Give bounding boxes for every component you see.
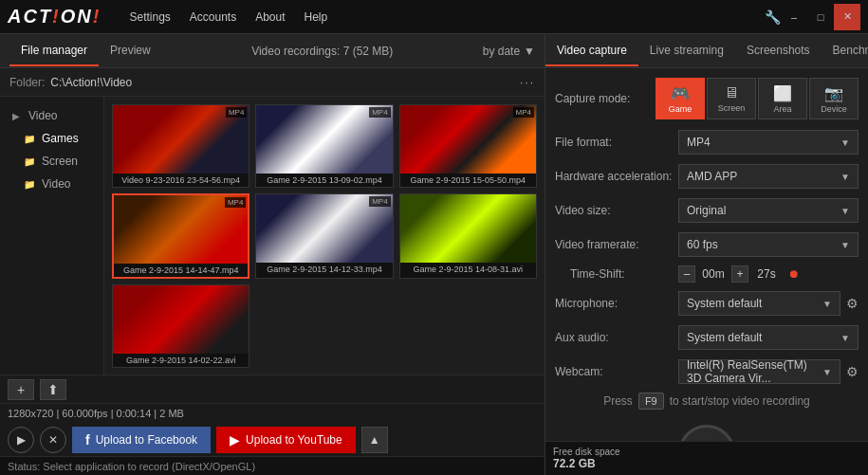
mp4-badge-3: MP4 — [513, 107, 534, 118]
wrench-icon[interactable]: 🔧 — [765, 9, 781, 25]
webcam-dropdown[interactable]: Intel(R) RealSense(TM) 3D Camera Vir... … — [678, 359, 840, 384]
close-button[interactable]: ✕ — [834, 4, 860, 30]
capture-mode-screen[interactable]: 🖥 Screen — [707, 78, 756, 119]
timeshift-row: Time-Shift: – 00m + 27s ⏺ — [555, 265, 859, 283]
game-icon: 🎮 — [671, 84, 690, 102]
tree-item-screen[interactable]: 📁 Screen — [0, 150, 103, 173]
screen-icon: 🖥 — [724, 84, 739, 101]
video-thumb-img-1: MP4 — [113, 105, 249, 174]
tree-item-video-sub-label: Video — [42, 177, 70, 191]
video-thumb-3[interactable]: MP4 Game 2-9-2015 15-05-50.mp4 — [399, 104, 537, 188]
capture-mode-game[interactable]: 🎮 Game — [656, 78, 705, 119]
video-size-value: Original — [687, 204, 726, 217]
tree-item-games[interactable]: 📁 Games — [0, 127, 103, 150]
rec-container: REC — [555, 415, 859, 441]
nav-accounts[interactable]: Accounts — [190, 10, 236, 24]
minimize-button[interactable]: – — [781, 4, 807, 30]
upload-facebook-button[interactable]: f Upload to Facebook — [72, 427, 211, 453]
folder-bar: Folder: C:\Action!\Video ··· — [0, 68, 545, 97]
main-nav: Settings Accounts About Help — [129, 10, 765, 24]
nav-about[interactable]: About — [255, 10, 285, 24]
folder-options-button[interactable]: ··· — [520, 76, 535, 89]
tab-preview[interactable]: Preview — [99, 36, 162, 66]
timeshift-label: Time-Shift: — [555, 267, 678, 281]
video-info: 1280x720 | 60.000fps | 0:00:14 | 2 MB — [0, 404, 545, 423]
file-format-row: File format: MP4 ▼ — [555, 129, 859, 155]
main-container: File manager Preview Video recordings: 7… — [0, 34, 868, 475]
video-framerate-dropdown[interactable]: 60 fps ▼ — [678, 232, 859, 257]
play-button[interactable]: ▶ — [8, 427, 34, 453]
microphone-gear-icon[interactable]: ⚙ — [846, 296, 859, 311]
tree-item-video-sub[interactable]: 📁 Video — [0, 173, 103, 195]
aux-label: Aux audio: — [555, 331, 678, 344]
video-thumb-label-6: Game 2-9-2015 14-08-31.avi — [400, 263, 536, 276]
upload-youtube-button[interactable]: ▶ Upload to YouTube — [216, 427, 356, 453]
youtube-icon: ▶ — [230, 432, 240, 448]
press-label: Press — [603, 394, 633, 408]
dropdown-arrow-icon-6: ▼ — [840, 333, 850, 343]
hardware-accel-dropdown[interactable]: AMD APP ▼ — [678, 164, 859, 189]
file-format-label: File format: — [555, 136, 678, 149]
add-button[interactable]: + — [8, 379, 34, 400]
microphone-label: Microphone: — [555, 297, 678, 310]
microphone-dropdown[interactable]: System default ▼ — [678, 291, 840, 316]
file-format-dropdown[interactable]: MP4 ▼ — [678, 130, 859, 155]
capture-mode-device[interactable]: 📷 Device — [809, 78, 859, 119]
tab-benchmark[interactable]: Benchmark — [822, 36, 868, 66]
right-content: Capture mode: 🎮 Game 🖥 Screen ⬜ Area — [545, 68, 868, 441]
tree-item-video-label: Video — [28, 109, 57, 122]
video-thumb-label-3: Game 2-9-2015 15-05-50.mp4 — [400, 174, 536, 187]
webcam-value: Intel(R) RealSense(TM) 3D Camera Vir... — [687, 358, 822, 385]
video-framerate-label: Video framerate: — [555, 238, 678, 251]
video-thumb-5[interactable]: MP4 Game 2-9-2015 14-12-33.mp4 — [255, 193, 393, 279]
tab-screenshots[interactable]: Screenshots — [735, 36, 822, 66]
aux-dropdown[interactable]: System default ▼ — [678, 325, 859, 350]
rec-button[interactable]: REC — [678, 425, 735, 441]
dropdown-arrow-icon-7: ▼ — [822, 367, 832, 377]
upload-folder-button[interactable]: ⬆ — [40, 379, 66, 400]
dropdown-arrow-icon: ▼ — [840, 137, 850, 148]
action-buttons: ▶ ✕ f Upload to Facebook ▶ Upload to You… — [0, 423, 545, 456]
video-thumb-4[interactable]: MP4 Game 2-9-2015 14-14-47.mp4 — [112, 193, 249, 279]
video-thumb-img-4: MP4 — [114, 195, 248, 264]
timeshift-minus-btn[interactable]: – — [678, 265, 695, 283]
status-text: Status: Select application to record (Di… — [8, 461, 255, 472]
stop-button[interactable]: ✕ — [40, 427, 66, 453]
tab-live-streaming[interactable]: Live streaming — [638, 36, 735, 66]
timeshift-plus-btn[interactable]: + — [731, 265, 748, 283]
capture-mode-area[interactable]: ⬜ Area — [758, 78, 807, 119]
tab-bar: File manager Preview Video recordings: 7… — [0, 34, 545, 68]
video-thumb-1[interactable]: MP4 Video 9-23-2016 23-54-56.mp4 — [112, 104, 249, 188]
video-thumb-7[interactable]: Game 2-9-2015 14-02-22.avi — [112, 284, 249, 368]
nav-settings[interactable]: Settings — [129, 10, 170, 24]
maximize-button[interactable]: □ — [807, 4, 834, 30]
action-bar: 1280x720 | 60.000fps | 0:00:14 | 2 MB ▶ … — [0, 403, 545, 456]
tab-file-manager[interactable]: File manager — [9, 36, 99, 66]
video-size-dropdown[interactable]: Original ▼ — [678, 198, 859, 223]
more-upload-button[interactable]: ▲ — [361, 427, 388, 453]
folder-white-icon: 📁 — [23, 132, 36, 145]
video-thumb-2[interactable]: MP4 Game 2-9-2015 13-09-02.mp4 — [255, 104, 393, 188]
mp4-badge-2: MP4 — [369, 107, 390, 118]
capture-mode-game-label: Game — [669, 104, 693, 114]
tree-item-screen-label: Screen — [42, 155, 78, 168]
file-format-value: MP4 — [687, 136, 711, 149]
sort-label: by date — [483, 45, 520, 58]
sort-button[interactable]: by date ▼ — [483, 45, 535, 58]
aux-value: System default — [687, 331, 762, 344]
tree-item-video[interactable]: ▶ Video — [0, 104, 103, 127]
tree-item-games-label: Games — [42, 132, 79, 145]
folder-gray-icon-2: 📁 — [23, 155, 36, 168]
nav-help[interactable]: Help — [305, 10, 328, 24]
tab-video-capture[interactable]: Video capture — [545, 36, 638, 66]
video-size-row: Video size: Original ▼ — [555, 197, 859, 224]
recordings-info: Video recordings: 7 (52 MB) — [162, 45, 483, 58]
video-thumb-label-5: Game 2-9-2015 14-12-33.mp4 — [256, 263, 392, 276]
webcam-gear-icon[interactable]: ⚙ — [846, 364, 859, 379]
disk-label: Free disk space — [553, 447, 860, 457]
left-panel: File manager Preview Video recordings: 7… — [0, 34, 545, 475]
capture-mode-label: Capture mode: — [555, 92, 656, 105]
video-thumb-6[interactable]: Game 2-9-2015 14-08-31.avi — [399, 193, 537, 279]
aux-audio-row: Aux audio: System default ▼ — [555, 324, 859, 351]
facebook-icon: f — [85, 432, 90, 448]
